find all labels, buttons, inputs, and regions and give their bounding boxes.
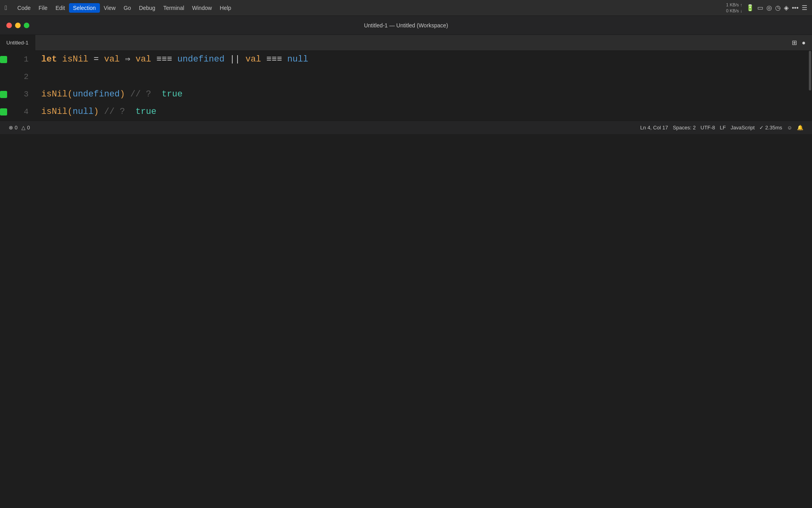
menu-terminal[interactable]: Terminal	[159, 3, 188, 13]
status-encoding[interactable]: UTF-8	[698, 125, 718, 131]
battery-icon: 🔋	[746, 4, 754, 12]
eol-text: LF	[720, 125, 726, 131]
language-text: JavaScript	[731, 125, 755, 131]
spacing-2	[125, 103, 135, 121]
smiley-icon: ☺	[787, 125, 792, 131]
var-isnil: isNil	[62, 51, 88, 68]
comment-2: //	[99, 103, 120, 121]
line-numbers: 1 2 3 4	[12, 51, 32, 121]
code-area[interactable]: let isNil = val ⇒ val ≡≡≡ undefined || v…	[32, 51, 812, 121]
param-val2: val	[136, 51, 151, 68]
question-1: ?	[146, 86, 151, 103]
status-bar: ⊗ 0 △ 0 Ln 4, Col 17 Spaces: 2 UTF-8 LF …	[0, 121, 812, 134]
fn-call-isnil-1: isNil	[41, 86, 67, 103]
scrollbar[interactable]	[808, 51, 812, 121]
run-indicator-3	[0, 86, 12, 103]
run-dot-3	[0, 91, 7, 98]
op-arrow: ⇒	[120, 51, 136, 68]
encoding-text: UTF-8	[701, 125, 715, 131]
clock-icon: ◷	[775, 4, 781, 12]
status-bell[interactable]: 🔔	[795, 125, 806, 131]
status-timing[interactable]: ✓ 2.35ms	[757, 125, 784, 131]
arg-null: null	[73, 103, 94, 121]
title-bar: Untitled-1 — Untitled (Workspace)	[0, 16, 812, 35]
run-indicator-2	[0, 68, 12, 86]
run-indicator-4	[0, 103, 12, 121]
menu-debug[interactable]: Debug	[135, 3, 159, 13]
status-eol[interactable]: LF	[718, 125, 728, 131]
param-val3: val	[245, 51, 261, 68]
tab-label: Untitled-1	[6, 40, 29, 46]
spacing-1	[151, 86, 161, 103]
warning-icon: △	[21, 125, 25, 131]
menu-code[interactable]: Code	[13, 3, 34, 13]
line-number-1: 1	[12, 51, 32, 68]
close-button[interactable]	[6, 23, 12, 28]
paren-close-1: )	[120, 86, 125, 103]
line-number-4: 4	[12, 103, 32, 121]
op-strict-eq: ≡≡≡	[151, 51, 177, 68]
network-up: 1 KB/s ↑	[726, 2, 742, 8]
display-icon: ▭	[757, 4, 763, 12]
result-true-1: true	[162, 86, 183, 103]
apple-icon[interactable]: 	[5, 4, 7, 12]
param-val: val	[104, 51, 120, 68]
timing-text: ✓ 2.35ms	[759, 125, 782, 131]
run-dot-1	[0, 56, 7, 63]
menu-bar:  Code File Edit Selection View Go Debug…	[0, 0, 812, 16]
status-position[interactable]: Ln 4, Col 17	[638, 125, 670, 131]
wifi-icon: ◎	[766, 4, 772, 12]
network-down: 0 KB/s ↓	[726, 8, 742, 13]
window-title: Untitled-1 — Untitled (Workspace)	[364, 22, 448, 29]
scrollbar-thumb[interactable]	[809, 51, 811, 90]
status-spaces[interactable]: Spaces: 2	[670, 125, 698, 131]
run-indicators	[0, 51, 12, 121]
keyword-undefined: undefined	[177, 51, 224, 68]
minimize-button[interactable]	[15, 23, 21, 28]
menu-bar-icons: 🔋 ▭ ◎ ◷ ◈ ••• ☰	[746, 4, 807, 12]
editor-tab[interactable]: Untitled-1	[0, 35, 35, 51]
error-count: 0	[15, 125, 17, 131]
status-language[interactable]: JavaScript	[728, 125, 757, 131]
spaces-text: Spaces: 2	[673, 125, 696, 131]
op-strict-eq2: ≡≡≡	[261, 51, 287, 68]
keyword-null: null	[287, 51, 308, 68]
maximize-button[interactable]	[24, 23, 29, 28]
code-line-1: let isNil = val ⇒ val ≡≡≡ undefined || v…	[41, 51, 812, 68]
menu-file[interactable]: File	[34, 3, 52, 13]
split-editor-icon[interactable]: ⊞	[792, 39, 797, 46]
status-errors[interactable]: ⊗ 0 △ 0	[6, 125, 32, 131]
position-text: Ln 4, Col 17	[640, 125, 668, 131]
list-icon: ☰	[802, 4, 807, 12]
bell-icon: 🔔	[797, 125, 803, 131]
status-left: ⊗ 0 △ 0	[6, 125, 32, 131]
comment-1: //	[125, 86, 146, 103]
code-line-2	[41, 68, 812, 86]
run-indicator-1	[0, 51, 12, 68]
question-2: ?	[120, 103, 125, 121]
tab-icons: ⊞ ●	[792, 39, 806, 46]
menu-go[interactable]: Go	[120, 3, 135, 13]
warning-count: 0	[27, 125, 30, 131]
network-stats: 1 KB/s ↑ 0 KB/s ↓	[726, 2, 742, 13]
tab-bar: Untitled-1 ⊞ ●	[0, 35, 812, 51]
menu-window[interactable]: Window	[188, 3, 216, 13]
more-actions-dot[interactable]: ●	[802, 39, 806, 46]
paren-open-1: (	[67, 86, 73, 103]
status-smiley[interactable]: ☺	[785, 125, 795, 131]
menu-help[interactable]: Help	[216, 3, 235, 13]
editor-main[interactable]: 1 2 3 4 let isNil = val ⇒ val ≡≡≡ undefi…	[0, 51, 812, 121]
dots-icon: •••	[792, 4, 799, 12]
code-line-3: isNil ( undefined ) // ? true	[41, 86, 812, 103]
status-right: Ln 4, Col 17 Spaces: 2 UTF-8 LF JavaScri…	[638, 125, 806, 131]
op-or: ||	[224, 51, 245, 68]
menu-view[interactable]: View	[100, 3, 120, 13]
result-true-2: true	[136, 103, 157, 121]
keyword-let: let	[41, 51, 62, 68]
fn-call-isnil-2: isNil	[41, 103, 67, 121]
menu-selection[interactable]: Selection	[69, 3, 100, 13]
menu-edit[interactable]: Edit	[52, 3, 69, 13]
run-dot-4	[0, 108, 7, 115]
menu-bar-right: 1 KB/s ↑ 0 KB/s ↓ 🔋 ▭ ◎ ◷ ◈ ••• ☰	[726, 2, 807, 13]
code-line-4: isNil ( null ) // ? true	[41, 103, 812, 121]
